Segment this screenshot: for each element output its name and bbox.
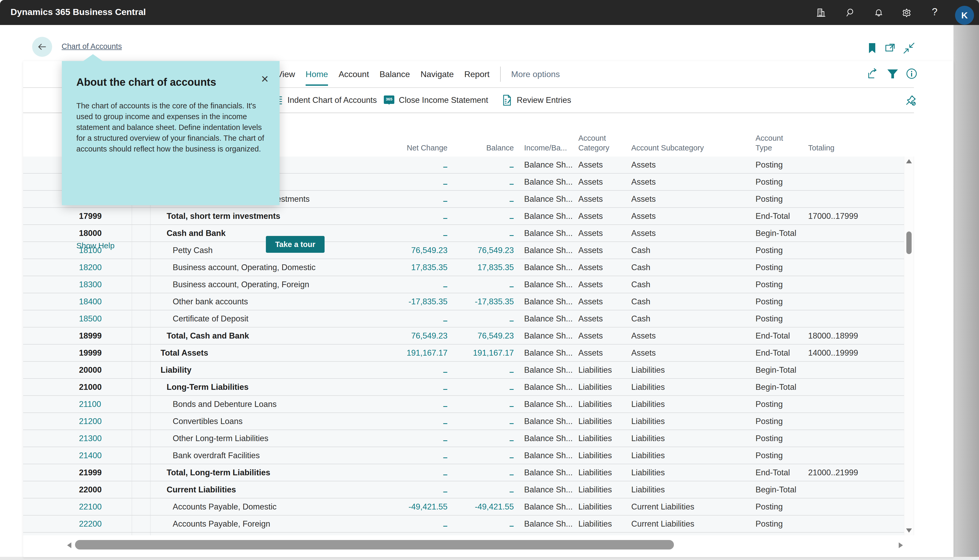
net-change-value[interactable]: -49,421.55 (369, 498, 448, 515)
balance-value[interactable]: -49,421.55 (461, 498, 514, 515)
net-change-value: – (369, 483, 448, 500)
table-row[interactable]: 18500Certificate of Deposit––Balance Sh.… (23, 310, 904, 327)
table-row[interactable]: 22100Accounts Payable, Domestic-49,421.5… (23, 498, 904, 515)
account-type-value: Begin-Total (755, 482, 796, 498)
svg-text:365: 365 (386, 97, 392, 101)
account-no-link[interactable]: 18500 (79, 310, 102, 327)
table-row[interactable]: 21400Bank overdraft Facilities––Balance … (23, 447, 904, 464)
bell-icon[interactable] (874, 7, 884, 18)
account-no-link[interactable]: 22000 (79, 482, 102, 498)
column-header-type[interactable]: Account Type (755, 133, 783, 153)
vertical-scrollbar[interactable] (904, 157, 914, 535)
column-header-cat[interactable]: Account Category (578, 133, 610, 153)
net-change-value[interactable]: 76,549.23 (369, 327, 448, 344)
table-row[interactable]: 22300Advances from customers––Balance Sh… (23, 533, 904, 535)
column-header-tot[interactable]: Totaling (808, 143, 834, 153)
table-row[interactable]: 21300Other Long-term Liabilities––Balanc… (23, 430, 904, 447)
close-icon[interactable]: × (261, 73, 269, 85)
table-row[interactable]: 18200Business account, Operating, Domest… (23, 259, 904, 276)
horizontal-scroll-thumb[interactable] (75, 540, 674, 550)
account-category-value: Assets (578, 327, 603, 344)
take-a-tour-button[interactable]: Take a tour (266, 236, 324, 253)
net-change-value[interactable]: 17,835.35 (369, 259, 448, 276)
collapse-icon[interactable] (902, 42, 916, 55)
table-row[interactable]: 17999Total, short term investments––Bala… (23, 208, 904, 225)
account-no-link[interactable]: 22200 (79, 515, 102, 532)
share-icon[interactable] (866, 67, 880, 80)
column-header-bal[interactable]: Balance (461, 143, 514, 153)
vertical-scroll-thumb[interactable] (906, 232, 912, 254)
action-indent-chart-of-accounts[interactable]: Indent Chart of Accounts (272, 88, 377, 113)
horizontal-scrollbar[interactable] (67, 539, 903, 552)
scroll-left-arrow[interactable] (67, 542, 71, 548)
account-no-link[interactable]: 22300 (79, 533, 102, 535)
scroll-right-arrow[interactable] (899, 542, 903, 548)
tab-view[interactable]: View (277, 61, 295, 87)
tab-account[interactable]: Account (339, 61, 369, 87)
account-no-link[interactable]: 18200 (79, 259, 102, 276)
more-options-button[interactable]: More options (511, 61, 560, 87)
table-row[interactable]: 18100Petty Cash76,549.2376,549.23Balance… (23, 242, 904, 259)
gear-icon[interactable] (901, 7, 912, 18)
column-header-nc[interactable]: Net Change (369, 143, 448, 153)
account-no-link[interactable]: 21000 (79, 379, 102, 395)
net-change-value[interactable]: -17,835.35 (369, 293, 448, 310)
balance-value[interactable]: 76,549.23 (461, 242, 514, 258)
table-row[interactable]: 18000Cash and Bank––Balance Sh...AssetsA… (23, 225, 904, 242)
table-row[interactable]: 18999Total, Cash and Bank76,549.2376,549… (23, 327, 904, 345)
table-row[interactable]: 21000Long-Term Liabilities––Balance Sh..… (23, 379, 904, 396)
net-change-value[interactable]: 191,167.17 (369, 345, 448, 361)
net-change-value[interactable]: 76,549.23 (369, 242, 448, 258)
account-subcategory-value: Liabilities (631, 464, 665, 481)
table-row[interactable]: 21999Total, Long-term Liabilities––Balan… (23, 464, 904, 482)
show-help-link[interactable]: Show Help (76, 241, 115, 250)
account-no-link[interactable]: 18000 (79, 225, 102, 242)
table-row[interactable]: 19999Total Assets191,167.17191,167.17Bal… (23, 345, 904, 362)
table-row[interactable]: 22000Current Liabilities––Balance Sh...L… (23, 482, 904, 498)
column-header-inc[interactable]: Income/Ba... (524, 143, 567, 153)
table-row[interactable]: 20000Liability––Balance Sh...Liabilities… (23, 362, 904, 379)
column-header-sub[interactable]: Account Subcategory (631, 143, 704, 153)
back-button[interactable] (32, 37, 52, 57)
help-icon[interactable]: ? (932, 6, 937, 18)
account-no-link[interactable]: 21200 (79, 413, 102, 430)
account-no-link[interactable]: 22100 (79, 498, 102, 515)
account-no-link[interactable]: 19999 (79, 345, 102, 361)
account-no-link[interactable]: 21300 (79, 430, 102, 447)
breadcrumb[interactable]: Chart of Accounts (62, 42, 122, 51)
balance-value[interactable]: 76,549.23 (461, 327, 514, 344)
balance-value[interactable]: 17,835.35 (461, 259, 514, 276)
tab-balance[interactable]: Balance (379, 61, 410, 87)
account-no-link[interactable]: 18999 (79, 327, 102, 344)
account-no-link[interactable]: 17999 (79, 208, 102, 224)
table-row[interactable]: 18400Other bank accounts-17,835.35-17,83… (23, 293, 904, 310)
account-no-link[interactable]: 21100 (79, 396, 101, 412)
table-row[interactable]: 21100Bonds and Debenture Loans––Balance … (23, 396, 904, 413)
account-no-link[interactable]: 18400 (79, 293, 102, 310)
avatar[interactable]: K (955, 6, 974, 25)
action-close-income-statement[interactable]: 365Close Income Statement (383, 88, 488, 113)
search-icon[interactable] (845, 7, 856, 18)
account-no-link[interactable]: 20000 (79, 362, 102, 378)
table-row[interactable]: 22200Accounts Payable, Foreign––Balance … (23, 515, 904, 533)
scroll-up-arrow[interactable] (906, 159, 912, 163)
scroll-down-arrow[interactable] (906, 528, 912, 533)
info-icon[interactable] (905, 67, 919, 80)
account-no-link[interactable]: 21999 (79, 464, 102, 481)
balance-value[interactable]: 191,167.17 (461, 345, 514, 361)
popout-icon[interactable] (884, 42, 897, 55)
filter-icon[interactable] (886, 67, 899, 80)
account-name: Other bank accounts (173, 293, 248, 310)
action-review-entries[interactable]: Review Entries (501, 88, 571, 113)
tab-report[interactable]: Report (464, 61, 490, 87)
tab-navigate[interactable]: Navigate (420, 61, 454, 87)
table-row[interactable]: 18300Business account, Operating, Foreig… (23, 276, 904, 293)
balance-value[interactable]: -17,835.35 (461, 293, 514, 310)
bookmark-icon[interactable] (865, 42, 879, 55)
unpin-icon[interactable] (905, 94, 917, 106)
buildings-icon[interactable] (815, 7, 826, 18)
tab-home[interactable]: Home (306, 61, 328, 87)
account-no-link[interactable]: 18300 (79, 276, 102, 293)
table-row[interactable]: 21200Convertibles Loans––Balance Sh...Li… (23, 413, 904, 430)
account-no-link[interactable]: 21400 (79, 447, 102, 464)
